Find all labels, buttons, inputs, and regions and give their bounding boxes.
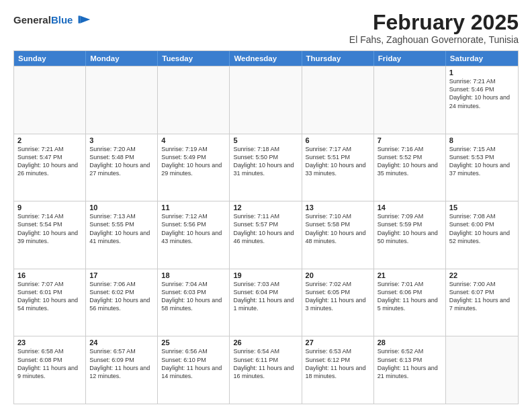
cal-cell-r2-c4: 13Sunrise: 7:10 AM Sunset: 5:58 PM Dayli… bbox=[302, 201, 374, 269]
cal-cell-r0-c2 bbox=[158, 66, 230, 134]
cal-cell-r2-c0: 9Sunrise: 7:14 AM Sunset: 5:54 PM Daylig… bbox=[14, 201, 86, 269]
calendar-row-2: 9Sunrise: 7:14 AM Sunset: 5:54 PM Daylig… bbox=[14, 201, 518, 269]
header: GeneralBlue February 2025 El Fahs, Zagho… bbox=[13, 11, 519, 45]
day-number: 19 bbox=[233, 271, 298, 279]
cell-info: Sunrise: 6:53 AM Sunset: 6:12 PM Dayligh… bbox=[306, 347, 370, 380]
day-number: 8 bbox=[449, 136, 515, 144]
cell-info: Sunrise: 7:04 AM Sunset: 6:03 PM Dayligh… bbox=[161, 280, 226, 313]
calendar-row-4: 23Sunrise: 6:58 AM Sunset: 6:08 PM Dayli… bbox=[14, 336, 518, 404]
calendar-row-0: 1Sunrise: 7:21 AM Sunset: 5:46 PM Daylig… bbox=[14, 66, 518, 134]
cell-info: Sunrise: 7:00 AM Sunset: 6:07 PM Dayligh… bbox=[449, 280, 515, 313]
header-wednesday: Wednesday bbox=[230, 51, 302, 66]
day-number: 5 bbox=[233, 136, 298, 144]
calendar-body: 1Sunrise: 7:21 AM Sunset: 5:46 PM Daylig… bbox=[14, 66, 518, 404]
cell-info: Sunrise: 7:08 AM Sunset: 6:00 PM Dayligh… bbox=[449, 212, 515, 245]
calendar-header: Sunday Monday Tuesday Wednesday Thursday… bbox=[14, 51, 518, 66]
cell-info: Sunrise: 7:20 AM Sunset: 5:48 PM Dayligh… bbox=[89, 145, 154, 178]
cal-cell-r3-c4: 20Sunrise: 7:02 AM Sunset: 6:05 PM Dayli… bbox=[302, 269, 374, 336]
header-tuesday: Tuesday bbox=[158, 51, 230, 66]
day-number: 11 bbox=[161, 203, 226, 212]
cell-info: Sunrise: 7:03 AM Sunset: 6:04 PM Dayligh… bbox=[233, 280, 298, 313]
cell-info: Sunrise: 7:09 AM Sunset: 5:59 PM Dayligh… bbox=[378, 212, 442, 245]
day-number: 10 bbox=[89, 203, 154, 212]
cal-cell-r2-c3: 12Sunrise: 7:11 AM Sunset: 5:57 PM Dayli… bbox=[230, 201, 302, 269]
day-number: 12 bbox=[233, 203, 298, 212]
cal-cell-r3-c2: 18Sunrise: 7:04 AM Sunset: 6:03 PM Dayli… bbox=[158, 269, 230, 336]
cal-cell-r0-c4 bbox=[302, 66, 374, 134]
header-saturday: Saturday bbox=[446, 51, 518, 66]
cell-info: Sunrise: 7:14 AM Sunset: 5:54 PM Dayligh… bbox=[17, 212, 82, 245]
day-number: 17 bbox=[89, 271, 154, 279]
svg-rect-1 bbox=[79, 15, 81, 23]
day-number: 16 bbox=[17, 271, 82, 279]
cell-info: Sunrise: 7:13 AM Sunset: 5:55 PM Dayligh… bbox=[89, 212, 154, 245]
day-number: 25 bbox=[161, 338, 226, 347]
cal-cell-r3-c3: 19Sunrise: 7:03 AM Sunset: 6:04 PM Dayli… bbox=[230, 269, 302, 336]
logo-icon bbox=[74, 11, 93, 30]
svg-marker-0 bbox=[81, 15, 91, 23]
day-number: 13 bbox=[306, 203, 370, 212]
page-title: February 2025 bbox=[349, 11, 519, 34]
cal-cell-r3-c1: 17Sunrise: 7:06 AM Sunset: 6:02 PM Dayli… bbox=[86, 269, 158, 336]
cell-info: Sunrise: 7:02 AM Sunset: 6:05 PM Dayligh… bbox=[306, 280, 370, 313]
day-number: 7 bbox=[378, 136, 442, 144]
cal-cell-r0-c0 bbox=[14, 66, 86, 134]
cell-info: Sunrise: 6:58 AM Sunset: 6:08 PM Dayligh… bbox=[17, 347, 82, 380]
day-number: 4 bbox=[161, 136, 226, 144]
day-number: 20 bbox=[306, 271, 370, 279]
cell-info: Sunrise: 7:07 AM Sunset: 6:01 PM Dayligh… bbox=[17, 280, 82, 313]
page-subtitle: El Fahs, Zaghouan Governorate, Tunisia bbox=[349, 34, 519, 45]
header-sunday: Sunday bbox=[14, 51, 86, 66]
day-number: 26 bbox=[233, 338, 298, 347]
cal-cell-r4-c4: 27Sunrise: 6:53 AM Sunset: 6:12 PM Dayli… bbox=[302, 336, 374, 404]
cal-cell-r0-c1 bbox=[86, 66, 158, 134]
day-number: 28 bbox=[378, 338, 442, 347]
cal-cell-r4-c6 bbox=[446, 336, 518, 404]
logo: GeneralBlue bbox=[13, 11, 93, 30]
title-block: February 2025 El Fahs, Zaghouan Governor… bbox=[349, 11, 519, 45]
cal-cell-r3-c0: 16Sunrise: 7:07 AM Sunset: 6:01 PM Dayli… bbox=[14, 269, 86, 336]
cell-info: Sunrise: 7:10 AM Sunset: 5:58 PM Dayligh… bbox=[306, 212, 370, 245]
calendar: Sunday Monday Tuesday Wednesday Thursday… bbox=[13, 50, 519, 404]
cal-cell-r4-c0: 23Sunrise: 6:58 AM Sunset: 6:08 PM Dayli… bbox=[14, 336, 86, 404]
cell-info: Sunrise: 7:21 AM Sunset: 5:46 PM Dayligh… bbox=[449, 77, 515, 110]
cal-cell-r2-c5: 14Sunrise: 7:09 AM Sunset: 5:59 PM Dayli… bbox=[374, 201, 446, 269]
day-number: 22 bbox=[449, 271, 515, 279]
cal-cell-r1-c0: 2Sunrise: 7:21 AM Sunset: 5:47 PM Daylig… bbox=[14, 134, 86, 201]
cell-info: Sunrise: 7:15 AM Sunset: 5:53 PM Dayligh… bbox=[449, 145, 515, 178]
day-number: 27 bbox=[306, 338, 370, 347]
cal-cell-r4-c3: 26Sunrise: 6:54 AM Sunset: 6:11 PM Dayli… bbox=[230, 336, 302, 404]
cal-cell-r2-c2: 11Sunrise: 7:12 AM Sunset: 5:56 PM Dayli… bbox=[158, 201, 230, 269]
cal-cell-r1-c1: 3Sunrise: 7:20 AM Sunset: 5:48 PM Daylig… bbox=[86, 134, 158, 201]
cell-info: Sunrise: 7:17 AM Sunset: 5:51 PM Dayligh… bbox=[306, 145, 370, 178]
logo-blue-text: Blue bbox=[51, 14, 73, 26]
header-thursday: Thursday bbox=[302, 51, 374, 66]
cal-cell-r4-c2: 25Sunrise: 6:56 AM Sunset: 6:10 PM Dayli… bbox=[158, 336, 230, 404]
cal-cell-r4-c5: 28Sunrise: 6:52 AM Sunset: 6:13 PM Dayli… bbox=[374, 336, 446, 404]
day-number: 2 bbox=[17, 136, 82, 144]
cell-info: Sunrise: 7:01 AM Sunset: 6:06 PM Dayligh… bbox=[378, 280, 442, 313]
cell-info: Sunrise: 6:52 AM Sunset: 6:13 PM Dayligh… bbox=[378, 347, 442, 380]
day-number: 3 bbox=[89, 136, 154, 144]
cal-cell-r1-c6: 8Sunrise: 7:15 AM Sunset: 5:53 PM Daylig… bbox=[446, 134, 518, 201]
day-number: 15 bbox=[449, 203, 515, 212]
cal-cell-r3-c6: 22Sunrise: 7:00 AM Sunset: 6:07 PM Dayli… bbox=[446, 269, 518, 336]
cell-info: Sunrise: 7:06 AM Sunset: 6:02 PM Dayligh… bbox=[89, 280, 154, 313]
cell-info: Sunrise: 7:12 AM Sunset: 5:56 PM Dayligh… bbox=[161, 212, 226, 245]
cell-info: Sunrise: 6:56 AM Sunset: 6:10 PM Dayligh… bbox=[161, 347, 226, 380]
day-number: 1 bbox=[449, 68, 515, 77]
day-number: 24 bbox=[89, 338, 154, 347]
cell-info: Sunrise: 7:16 AM Sunset: 5:52 PM Dayligh… bbox=[378, 145, 442, 178]
cell-info: Sunrise: 7:18 AM Sunset: 5:50 PM Dayligh… bbox=[233, 145, 298, 178]
page: GeneralBlue February 2025 El Fahs, Zagho… bbox=[0, 0, 532, 411]
cal-cell-r1-c4: 6Sunrise: 7:17 AM Sunset: 5:51 PM Daylig… bbox=[302, 134, 374, 201]
cal-cell-r1-c3: 5Sunrise: 7:18 AM Sunset: 5:50 PM Daylig… bbox=[230, 134, 302, 201]
day-number: 14 bbox=[378, 203, 442, 212]
day-number: 18 bbox=[161, 271, 226, 279]
header-monday: Monday bbox=[86, 51, 158, 66]
cal-cell-r0-c3 bbox=[230, 66, 302, 134]
cell-info: Sunrise: 6:54 AM Sunset: 6:11 PM Dayligh… bbox=[233, 347, 298, 380]
day-number: 23 bbox=[17, 338, 82, 347]
cal-cell-r3-c5: 21Sunrise: 7:01 AM Sunset: 6:06 PM Dayli… bbox=[374, 269, 446, 336]
cal-cell-r4-c1: 24Sunrise: 6:57 AM Sunset: 6:09 PM Dayli… bbox=[86, 336, 158, 404]
